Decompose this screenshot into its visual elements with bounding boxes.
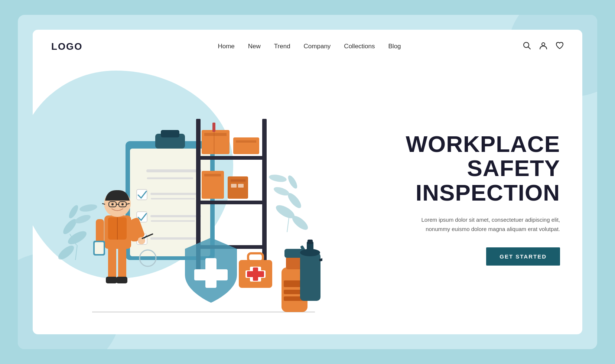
hero-title-line3: INSPECTION — [416, 180, 560, 205]
nav-item-new[interactable]: New — [248, 43, 261, 50]
svg-point-91 — [111, 203, 114, 205]
svg-rect-74 — [116, 277, 127, 283]
svg-rect-35 — [262, 119, 267, 275]
search-icon[interactable] — [523, 42, 531, 52]
svg-rect-43 — [233, 137, 259, 154]
svg-point-15 — [269, 173, 287, 183]
navbar: LOGO Home New Trend Company Collections … — [33, 30, 582, 63]
svg-rect-48 — [231, 179, 245, 182]
nav-link-home[interactable]: Home — [218, 43, 234, 50]
svg-point-8 — [56, 243, 76, 262]
nav-link-new[interactable]: New — [248, 43, 261, 50]
svg-rect-73 — [106, 277, 117, 283]
svg-rect-36 — [196, 156, 267, 160]
nav-links: Home New Trend Company Collections Blog — [218, 43, 401, 50]
svg-rect-44 — [236, 140, 256, 143]
svg-rect-41 — [214, 130, 215, 154]
nav-link-company[interactable]: Company — [304, 43, 331, 50]
nav-link-blog[interactable]: Blog — [388, 43, 401, 50]
illustration-area — [33, 63, 389, 334]
logo[interactable]: LOGO — [51, 41, 96, 52]
svg-rect-52 — [194, 269, 228, 280]
hero-title-line1: WORKPLACE — [406, 131, 560, 157]
svg-point-13 — [273, 185, 290, 197]
svg-point-5 — [74, 213, 92, 225]
nav-link-collections[interactable]: Collections — [344, 43, 375, 50]
svg-point-92 — [121, 203, 124, 205]
svg-rect-66 — [300, 253, 320, 301]
svg-rect-69 — [308, 240, 313, 244]
svg-rect-40 — [204, 133, 227, 136]
svg-point-7 — [79, 203, 98, 213]
svg-line-9 — [75, 245, 77, 260]
hero-illustration — [55, 82, 322, 334]
nav-item-collections[interactable]: Collections — [344, 43, 375, 50]
svg-rect-72 — [118, 247, 126, 280]
svg-rect-42 — [212, 123, 215, 132]
svg-line-1 — [528, 47, 530, 49]
outer-frame: LOGO Home New Trend Company Collections … — [18, 15, 597, 349]
nav-item-trend[interactable]: Trend — [274, 43, 290, 50]
svg-rect-81 — [95, 242, 104, 254]
nav-item-blog[interactable]: Blog — [388, 43, 401, 50]
svg-rect-58 — [247, 271, 264, 277]
nav-link-trend[interactable]: Trend — [274, 43, 290, 50]
svg-rect-46 — [204, 174, 221, 176]
hero-title-line2: SAFETY — [467, 155, 560, 181]
main-content: WORKPLACE SAFETY INSPECTION Lorem ipsum … — [33, 63, 582, 334]
heart-icon[interactable] — [556, 42, 564, 52]
svg-point-16 — [290, 214, 310, 232]
svg-rect-50 — [238, 184, 244, 188]
svg-point-14 — [286, 174, 299, 190]
get-started-button[interactable]: GET STARTED — [486, 247, 560, 266]
svg-rect-71 — [108, 247, 116, 280]
svg-point-2 — [542, 43, 545, 46]
svg-rect-22 — [161, 130, 179, 137]
inner-card: LOGO Home New Trend Company Collections … — [33, 30, 582, 334]
nav-item-home[interactable]: Home — [218, 43, 234, 50]
svg-rect-49 — [231, 184, 237, 188]
nav-item-company[interactable]: Company — [304, 43, 331, 50]
svg-point-6 — [67, 204, 80, 220]
hero-title: WORKPLACE SAFETY INSPECTION — [397, 132, 560, 204]
svg-line-17 — [287, 217, 289, 232]
svg-rect-37 — [196, 201, 267, 204]
text-area: WORKPLACE SAFETY INSPECTION Lorem ipsum … — [389, 63, 582, 334]
user-icon[interactable] — [539, 42, 547, 52]
hero-description: Lorem ipsum dolor sit amet, consectetuer… — [411, 215, 560, 234]
nav-icons — [523, 42, 564, 52]
